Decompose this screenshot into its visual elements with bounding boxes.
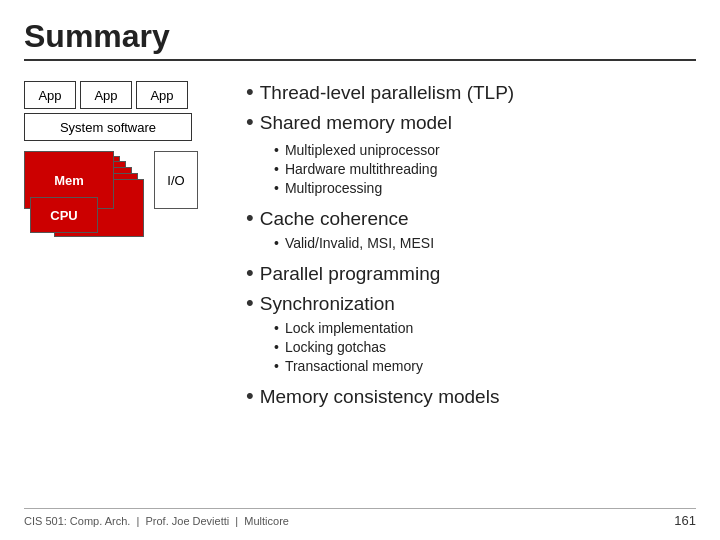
bullet-tlp: • Thread-level parallelism (TLP) xyxy=(246,79,696,105)
right-bullets: • Thread-level parallelism (TLP) • Share… xyxy=(246,77,696,500)
footer-page: 161 xyxy=(674,513,696,528)
footer-course: CIS 501: Comp. Arch. | Prof. Joe Deviett… xyxy=(24,515,289,527)
title-area: Summary xyxy=(24,18,696,61)
bullet-dot-1: • xyxy=(246,79,254,105)
left-diagram: App App App System software Mem CPU I/O xyxy=(24,77,234,500)
bullet-sync: • Synchronization xyxy=(246,290,696,316)
bullet-msi: • Valid/Invalid, MSI, MESI xyxy=(274,235,696,251)
bullet-sub-dot-5: • xyxy=(274,320,279,336)
bullet-sub-dot-3: • xyxy=(274,180,279,196)
bullet-shared-mem: • Shared memory model xyxy=(246,109,696,135)
bullet-mp: • Multiprocessing xyxy=(274,180,696,196)
app-box-3: App xyxy=(136,81,188,109)
bullet-parallel-prog: • Parallel programming xyxy=(246,260,696,286)
io-box: I/O xyxy=(154,151,198,209)
bullet-dot-2: • xyxy=(246,109,254,135)
bullet-sub-dot-1: • xyxy=(274,142,279,158)
sys-software-box: System software xyxy=(24,113,192,141)
slide-title: Summary xyxy=(24,18,696,55)
bullet-sub-dot-6: • xyxy=(274,339,279,355)
bullet-sub-dot-7: • xyxy=(274,358,279,374)
app-boxes: App App App xyxy=(24,81,188,109)
bullet-dot-4: • xyxy=(246,260,254,286)
bullet-lock-impl: • Lock implementation xyxy=(274,320,696,336)
content-area: App App App System software Mem CPU I/O xyxy=(24,77,696,500)
cpu-box: CPU xyxy=(30,197,98,233)
app-box-2: App xyxy=(80,81,132,109)
slide: Summary App App App System software Mem xyxy=(0,0,720,540)
bullet-dot-3: • xyxy=(246,205,254,231)
bullet-transactional: • Transactional memory xyxy=(274,358,696,374)
bullet-cache-coherence: • Cache coherence xyxy=(246,205,696,231)
bullet-sub-dot-4: • xyxy=(274,235,279,251)
footer: CIS 501: Comp. Arch. | Prof. Joe Deviett… xyxy=(24,508,696,528)
bullet-mem-consistency: • Memory consistency models xyxy=(246,383,696,409)
hardware-stack: Mem CPU I/O xyxy=(24,151,204,246)
bullet-sub-dot-2: • xyxy=(274,161,279,177)
bullet-mux: • Multiplexed uniprocessor xyxy=(274,142,696,158)
app-box-1: App xyxy=(24,81,76,109)
bullet-hw-mt: • Hardware multithreading xyxy=(274,161,696,177)
bullet-dot-5: • xyxy=(246,290,254,316)
bullet-lock-gotchas: • Locking gotchas xyxy=(274,339,696,355)
bullet-dot-6: • xyxy=(246,383,254,409)
